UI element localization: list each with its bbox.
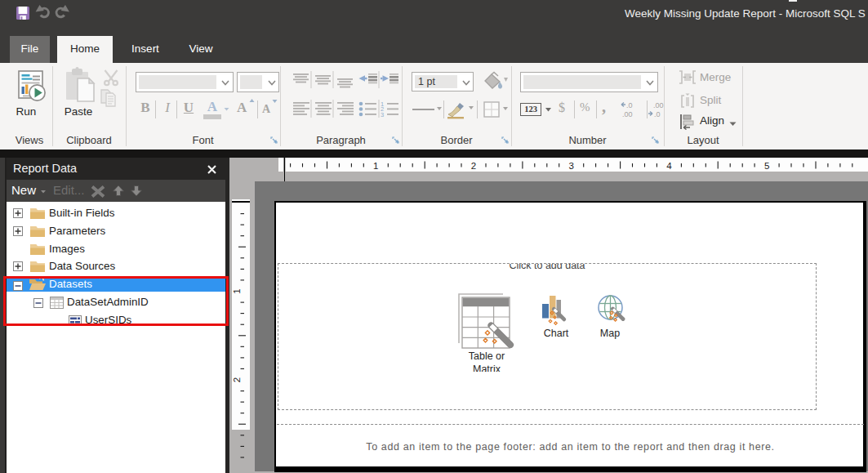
svg-text:.00: .00 bbox=[622, 110, 633, 118]
svg-text:5: 5 bbox=[764, 161, 769, 171]
svg-text:2: 2 bbox=[232, 377, 242, 382]
svg-text:2: 2 bbox=[471, 161, 476, 171]
svg-text:1: 1 bbox=[232, 288, 242, 293]
svg-text:3: 3 bbox=[568, 161, 573, 171]
svg-text:.0: .0 bbox=[626, 101, 633, 109]
svg-text:3: 3 bbox=[381, 111, 384, 118]
svg-text:.0: .0 bbox=[654, 110, 661, 118]
svg-text:.00: .00 bbox=[653, 101, 664, 109]
svg-text:1: 1 bbox=[373, 161, 378, 171]
svg-text:4: 4 bbox=[666, 161, 672, 171]
